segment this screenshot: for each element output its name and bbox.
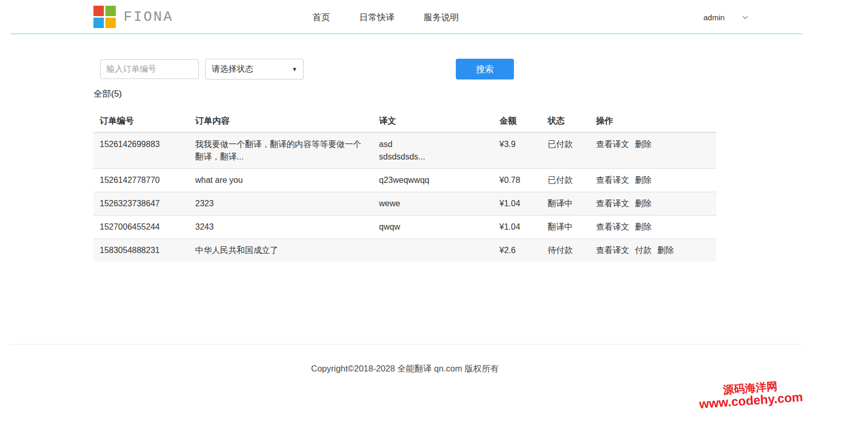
logo-square-yellow	[105, 18, 116, 28]
order-number-cell: 1526323738647	[93, 192, 189, 215]
logo-text: FIONA	[124, 9, 173, 25]
search-button[interactable]: 搜索	[456, 59, 514, 79]
order-content-cell: what are you	[189, 169, 373, 192]
delete-link[interactable]: 删除	[635, 221, 652, 233]
view-translation-link[interactable]: 查看译文	[596, 221, 629, 233]
topbar: FIONA 首页 日常快译 服务说明 admin	[10, 0, 802, 34]
translation-cell: q23weqwwqq	[373, 169, 493, 192]
order-content-cell: 3243	[189, 216, 373, 238]
actions-cell: 查看译文删除	[590, 192, 716, 215]
order-content-cell: 我我要做一个翻译，翻译的内容等等要做一个翻译，翻译...	[189, 133, 373, 168]
footer-divider	[10, 344, 802, 344]
amount-cell: ¥1.04	[493, 216, 541, 238]
table-row: 1527006455244 3243 qwqw ¥1.04 翻译中 查看译文删除	[93, 215, 716, 238]
user-name: admin	[703, 13, 725, 22]
col-header-order-no: 订单编号	[93, 109, 189, 132]
status-select-value: 请选择状态	[212, 64, 253, 75]
view-translation-link[interactable]: 查看译文	[596, 174, 629, 187]
col-header-actions: 操作	[590, 109, 716, 132]
table-row: 1526142699883 我我要做一个翻译，翻译的内容等等要做一个翻译，翻译.…	[93, 133, 716, 168]
actions-cell: 查看译文删除	[590, 216, 716, 238]
nav-item-home[interactable]: 首页	[313, 11, 330, 23]
status-select[interactable]: 请选择状态 ▼	[205, 59, 304, 79]
delete-link[interactable]: 删除	[635, 197, 652, 210]
copyright-text: Copyright©2018-2028 全能翻译 qn.com 版权所有	[311, 364, 499, 373]
chevron-down-icon	[742, 14, 748, 19]
dropdown-arrow-icon: ▼	[292, 66, 297, 72]
amount-cell: ¥2.6	[493, 239, 541, 262]
amount-cell: ¥1.04	[493, 192, 541, 215]
col-header-amount: 金额	[493, 109, 541, 132]
nav-item-daily-translation[interactable]: 日常快译	[359, 11, 395, 23]
all-count-label: 全部(5)	[93, 88, 716, 100]
order-number-cell: 1583054888231	[93, 239, 189, 262]
page: FIONA 首页 日常快译 服务说明 admin 请选择状态 ▼ 搜索 全部(5…	[0, 0, 868, 438]
col-header-status: 状态	[541, 109, 590, 132]
logo-square-red	[93, 6, 104, 16]
view-translation-link[interactable]: 查看译文	[596, 138, 629, 151]
footer: Copyright©2018-2028 全能翻译 qn.com 版权所有	[93, 363, 716, 375]
amount-cell: ¥0.78	[493, 169, 541, 192]
actions-cell: 查看译文删除	[590, 169, 716, 192]
view-translation-link[interactable]: 查看译文	[596, 244, 629, 257]
col-header-content: 订单内容	[189, 109, 373, 132]
order-number-cell: 1527006455244	[93, 216, 189, 238]
actions-cell: 查看译文付款删除	[590, 239, 716, 262]
delete-link[interactable]: 删除	[635, 138, 652, 151]
view-translation-link[interactable]: 查看译文	[596, 197, 629, 210]
table-row: 1583054888231 中华人民共和国成立了 ¥2.6 待付款 查看译文付款…	[93, 238, 716, 262]
status-cell: 翻译中	[541, 216, 590, 238]
order-number-cell: 1526142699883	[93, 133, 189, 168]
logo-square-green	[105, 6, 116, 16]
status-cell: 已付款	[541, 169, 590, 192]
translation-cell: qwqw	[373, 216, 493, 238]
delete-link[interactable]: 删除	[635, 174, 652, 187]
logo-square-blue	[93, 18, 104, 28]
order-content-cell: 中华人民共和国成立了	[189, 239, 373, 262]
order-number-cell: 1526142778770	[93, 169, 189, 192]
watermark: 源码海洋网 www.codehy.com	[698, 378, 803, 411]
orders-table: 订单编号 订单内容 译文 金额 状态 操作 1526142699883 我我要做…	[93, 109, 716, 262]
order-content-cell: 2323	[189, 192, 373, 215]
table-header-row: 订单编号 订单内容 译文 金额 状态 操作	[93, 109, 716, 133]
col-header-translation: 译文	[373, 109, 493, 132]
pay-link[interactable]: 付款	[635, 244, 652, 257]
table-row: 1526323738647 2323 wewe ¥1.04 翻译中 查看译文删除	[93, 192, 716, 215]
status-cell: 待付款	[541, 239, 590, 262]
status-cell: 已付款	[541, 133, 590, 168]
user-menu[interactable]: admin	[703, 0, 747, 34]
nav-item-service-info[interactable]: 服务说明	[424, 11, 459, 23]
translation-cell: wewe	[373, 192, 493, 215]
main-content: 请选择状态 ▼ 搜索 全部(5) 订单编号 订单内容 译文 金额 状态 操作 1…	[93, 34, 716, 262]
status-cell: 翻译中	[541, 192, 590, 215]
search-bar: 请选择状态 ▼ 搜索	[93, 59, 716, 79]
delete-link[interactable]: 删除	[657, 244, 674, 257]
actions-cell: 查看译文删除	[590, 133, 716, 168]
logo[interactable]: FIONA	[93, 6, 173, 29]
amount-cell: ¥3.9	[493, 133, 541, 168]
table-row: 1526142778770 what are you q23weqwwqq ¥0…	[93, 168, 716, 192]
table-body: 1526142699883 我我要做一个翻译，翻译的内容等等要做一个翻译，翻译.…	[93, 133, 716, 262]
main-nav: 首页 日常快译 服务说明	[313, 0, 459, 34]
logo-icon	[93, 6, 116, 29]
order-number-input[interactable]	[100, 59, 199, 79]
translation-cell	[373, 239, 493, 262]
translation-cell: asd sdsdsdsds...	[373, 133, 493, 168]
